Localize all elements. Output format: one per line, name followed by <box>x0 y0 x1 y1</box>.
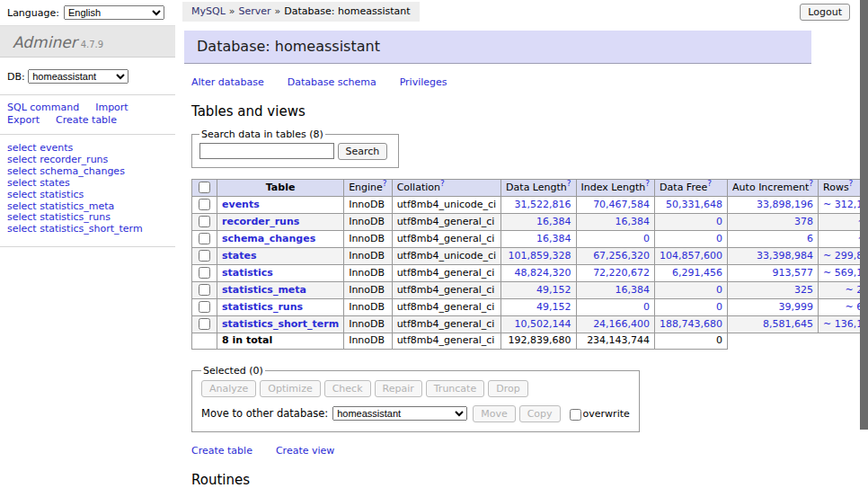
language-label: Language: <box>7 7 59 19</box>
value-link[interactable]: 0 <box>643 301 650 313</box>
drop-button[interactable]: Drop <box>488 380 527 397</box>
breadcrumb-link-server[interactable]: Server <box>239 5 271 17</box>
analyze-button[interactable]: Analyze <box>201 380 256 397</box>
value-link[interactable]: 16,384 <box>616 284 651 296</box>
sidebar-action-link[interactable]: Export <box>7 114 40 126</box>
row-checkbox[interactable] <box>199 284 210 296</box>
column-help-link[interactable]: ? <box>567 180 571 188</box>
value-link[interactable]: ~ 244 <box>845 284 860 296</box>
column-help-link[interactable]: ? <box>440 180 445 188</box>
table-name-link[interactable]: schema_changes <box>222 233 315 244</box>
sidebar-action-link[interactable]: Create table <box>56 114 117 126</box>
move-db-select[interactable]: homeassistant <box>332 406 467 421</box>
value-link[interactable]: 188,743,680 <box>660 318 722 330</box>
value-link[interactable]: 33,398,984 <box>757 250 813 262</box>
row-checkbox[interactable] <box>199 250 210 262</box>
db-action-link[interactable]: Privileges <box>400 76 447 88</box>
column-help-link[interactable]: ? <box>383 180 387 188</box>
sidebar-select-link[interactable]: select schema_changes <box>7 166 175 178</box>
overwrite-checkbox[interactable] <box>570 409 581 421</box>
value-link[interactable]: ~ 136,108 <box>823 318 860 330</box>
row-checkbox[interactable] <box>199 199 210 210</box>
value-link[interactable]: 49,152 <box>536 301 571 313</box>
value-link[interactable]: 0 <box>716 233 722 244</box>
search-input[interactable] <box>199 143 334 159</box>
scrollbar-track[interactable] <box>860 0 868 488</box>
row-checkbox[interactable] <box>199 267 210 279</box>
value-link[interactable]: 49,152 <box>536 284 571 296</box>
value-link[interactable]: 67,256,320 <box>593 250 650 262</box>
create-view-link[interactable]: Create view <box>276 445 334 457</box>
db-action-link[interactable]: Database schema <box>288 76 376 88</box>
value-link[interactable]: 24,166,400 <box>593 318 650 330</box>
db-select[interactable]: homeassistant <box>28 69 128 84</box>
scrollbar-thumb[interactable] <box>860 0 868 430</box>
value-link[interactable]: 8,581,645 <box>763 318 813 330</box>
value-link[interactable]: 0 <box>643 233 650 244</box>
search-button[interactable]: Search <box>338 143 388 160</box>
sidebar-action-link[interactable]: SQL command <box>7 102 79 113</box>
logout-button[interactable]: Logout <box>800 4 850 21</box>
sidebar-select-link[interactable]: select recorder_runs <box>7 155 175 166</box>
column-help-link[interactable]: ? <box>645 180 650 188</box>
sidebar-select-link[interactable]: select states <box>7 178 175 190</box>
total-value: 192,839,680 <box>501 333 576 350</box>
row-checkbox[interactable] <box>199 301 210 313</box>
value-link[interactable]: 10,502,144 <box>515 318 571 330</box>
engine-cell: InnoDB <box>344 231 392 248</box>
sidebar-select-link[interactable]: select statistics <box>7 190 175 201</box>
value-link[interactable]: 0 <box>716 216 722 227</box>
value-link[interactable]: ~ 312,180 <box>823 199 860 210</box>
value-link[interactable]: 31,522,816 <box>515 199 571 210</box>
value-link[interactable]: 33,898,196 <box>757 199 813 210</box>
value-link[interactable]: 913,577 <box>773 267 814 279</box>
create-table-link[interactable]: Create table <box>191 445 252 457</box>
column-label: Engine <box>349 182 383 193</box>
row-checkbox[interactable] <box>199 318 210 330</box>
check-button[interactable]: Check <box>324 380 371 397</box>
value-link[interactable]: ~ 299,833 <box>823 250 860 262</box>
value-link[interactable]: 39,999 <box>779 301 814 313</box>
value-link[interactable]: 0 <box>716 301 722 313</box>
sidebar-select-link[interactable]: select statistics_short_term <box>7 224 175 235</box>
value-link[interactable]: 16,384 <box>616 216 651 227</box>
value-link[interactable]: ~ 569,159 <box>823 267 860 279</box>
value-link[interactable]: 378 <box>794 216 813 227</box>
table-name-link[interactable]: statistics_short_term <box>222 318 339 330</box>
table-name-link[interactable]: statistics <box>222 267 273 279</box>
table-name-link[interactable]: recorder_runs <box>222 216 299 227</box>
value-link[interactable]: 6 <box>807 233 813 244</box>
column-help-link[interactable]: ? <box>809 180 813 188</box>
row-checkbox[interactable] <box>199 233 210 244</box>
value-link[interactable]: 16,384 <box>536 233 571 244</box>
move-button[interactable]: Move <box>473 405 516 422</box>
value-link[interactable]: 101,859,328 <box>509 250 571 262</box>
value-link[interactable]: 72,220,672 <box>593 267 650 279</box>
row-checkbox[interactable] <box>199 216 210 227</box>
value-link[interactable]: 50,331,648 <box>666 199 722 210</box>
db-action-link[interactable]: Alter database <box>191 76 264 88</box>
table-name-link[interactable]: events <box>222 199 260 210</box>
column-help-link[interactable]: ? <box>849 180 854 188</box>
sidebar-select-link[interactable]: select events <box>7 143 175 155</box>
value-link[interactable]: 6,291,456 <box>672 267 722 279</box>
language-select[interactable]: English <box>64 5 164 20</box>
value-link[interactable]: 104,857,600 <box>660 250 722 262</box>
table-name-link[interactable]: statistics_runs <box>222 301 303 313</box>
column-help-link[interactable]: ? <box>707 180 712 188</box>
value-link[interactable]: 0 <box>716 284 722 296</box>
sidebar-action-link[interactable]: Import <box>95 102 128 113</box>
value-link[interactable]: ~ 628 <box>845 301 860 313</box>
optimize-button[interactable]: Optimize <box>260 380 320 397</box>
value-link[interactable]: 325 <box>794 284 813 296</box>
copy-button[interactable]: Copy <box>519 405 561 422</box>
breadcrumb-link-mysql[interactable]: MySQL <box>191 5 226 17</box>
value-link[interactable]: 48,824,320 <box>515 267 571 279</box>
repair-button[interactable]: Repair <box>375 380 422 397</box>
select-all-checkbox[interactable] <box>199 182 210 193</box>
truncate-button[interactable]: Truncate <box>426 380 484 397</box>
table-name-link[interactable]: statistics_meta <box>222 284 306 296</box>
value-link[interactable]: 16,384 <box>536 216 571 227</box>
value-link[interactable]: 70,467,584 <box>593 199 650 210</box>
table-name-link[interactable]: states <box>222 250 257 262</box>
